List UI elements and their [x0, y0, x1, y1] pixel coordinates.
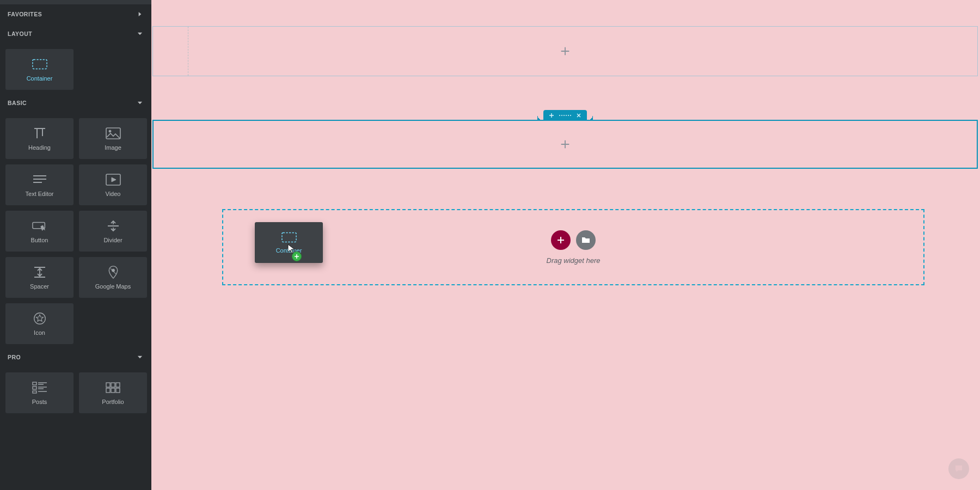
category-basic[interactable]: BASIC — [0, 93, 151, 113]
category-label: BASIC — [8, 100, 27, 106]
widget-icon[interactable]: Icon — [5, 303, 74, 344]
button-icon — [32, 219, 47, 232]
svg-rect-8 — [33, 387, 36, 389]
category-layout[interactable]: LAYOUT — [0, 24, 151, 44]
container-1[interactable] — [152, 26, 978, 76]
widget-text-editor[interactable]: Text Editor — [5, 164, 74, 205]
widget-label: Divider — [103, 237, 122, 243]
add-template-button[interactable] — [576, 230, 596, 250]
category-favorites[interactable]: FAVORITES — [0, 4, 151, 24]
drop-allowed-badge — [292, 252, 302, 261]
widget-container[interactable]: Container — [5, 49, 74, 90]
portfolio-icon — [106, 381, 121, 394]
svg-rect-11 — [111, 383, 115, 387]
widget-heading[interactable]: Heading — [5, 118, 74, 159]
widget-label: Button — [31, 237, 48, 243]
container-toolbar — [543, 110, 587, 121]
widget-spacer[interactable]: Spacer — [5, 257, 74, 298]
container-2-selected[interactable] — [152, 120, 978, 169]
widget-label: Posts — [32, 399, 47, 405]
container-icon — [281, 232, 297, 243]
widget-label: Text Editor — [26, 191, 54, 197]
widget-video[interactable]: Video — [79, 164, 147, 205]
map-pin-icon — [106, 266, 121, 279]
sidebar-top-divider — [0, 0, 151, 4]
star-icon — [32, 312, 47, 325]
posts-icon — [32, 381, 47, 394]
drag-handle-icon[interactable] — [559, 115, 571, 116]
svg-point-2 — [109, 130, 111, 132]
add-section-icon[interactable] — [549, 113, 554, 118]
heading-icon — [32, 127, 47, 140]
widget-label: Google Maps — [95, 283, 131, 290]
layout-widgets: Container — [0, 44, 151, 93]
svg-rect-15 — [116, 388, 120, 393]
basic-widgets: Heading Image Text Editor Video Button D… — [0, 113, 151, 347]
add-widget-button[interactable] — [559, 45, 571, 57]
widget-label: Video — [106, 191, 121, 197]
help-button[interactable] — [948, 458, 969, 479]
svg-rect-0 — [32, 59, 46, 69]
column-guide — [188, 27, 188, 76]
image-icon — [106, 127, 121, 140]
drag-ghost-container: Container — [255, 222, 323, 263]
svg-rect-10 — [106, 383, 110, 387]
category-label: PRO — [8, 354, 21, 360]
text-editor-icon — [32, 173, 47, 186]
widget-label: Icon — [34, 329, 45, 336]
category-label: FAVORITES — [8, 11, 42, 17]
svg-rect-13 — [106, 388, 110, 393]
video-icon — [106, 173, 121, 186]
category-pro[interactable]: PRO — [0, 347, 151, 367]
divider-icon — [106, 219, 121, 232]
widget-button[interactable]: Button — [5, 211, 74, 252]
spacer-icon — [32, 266, 47, 279]
svg-rect-12 — [116, 383, 120, 387]
plus-icon — [556, 236, 565, 244]
widget-label: Portfolio — [102, 399, 124, 405]
svg-rect-7 — [33, 382, 36, 385]
widget-label: Heading — [28, 144, 51, 151]
chevron-down-icon — [136, 99, 144, 107]
new-section-drop-zone[interactable]: Drag widget here — [222, 209, 924, 285]
drop-zone-text: Drag widget here — [547, 256, 601, 265]
chevron-right-icon — [136, 10, 144, 18]
widget-label: Spacer — [30, 283, 49, 290]
editor-canvas[interactable]: Drag widget here Container — [151, 0, 980, 490]
svg-rect-9 — [33, 391, 36, 393]
chevron-down-icon — [136, 353, 144, 361]
widget-divider[interactable]: Divider — [79, 211, 147, 252]
chevron-down-icon — [136, 30, 144, 38]
add-section-button[interactable] — [551, 230, 571, 250]
container-icon — [32, 58, 47, 71]
close-icon[interactable] — [576, 113, 581, 118]
category-label: LAYOUT — [8, 30, 32, 37]
widget-label: Container — [27, 75, 53, 82]
drop-zone-buttons — [551, 230, 596, 250]
widget-image[interactable]: Image — [79, 118, 147, 159]
chat-icon — [954, 464, 964, 474]
svg-rect-14 — [111, 388, 115, 393]
svg-rect-16 — [281, 232, 296, 242]
folder-icon — [581, 236, 590, 244]
pro-widgets: Posts Portfolio — [0, 367, 151, 416]
widget-posts[interactable]: Posts — [5, 372, 74, 413]
widget-scroll[interactable]: FAVORITES LAYOUT Container BASIC Heading — [0, 4, 151, 490]
widget-label: Image — [105, 144, 121, 151]
widget-portfolio[interactable]: Portfolio — [79, 372, 147, 413]
widget-google-maps[interactable]: Google Maps — [79, 257, 147, 298]
widget-panel: FAVORITES LAYOUT Container BASIC Heading — [0, 0, 151, 490]
add-widget-button[interactable] — [559, 138, 571, 150]
